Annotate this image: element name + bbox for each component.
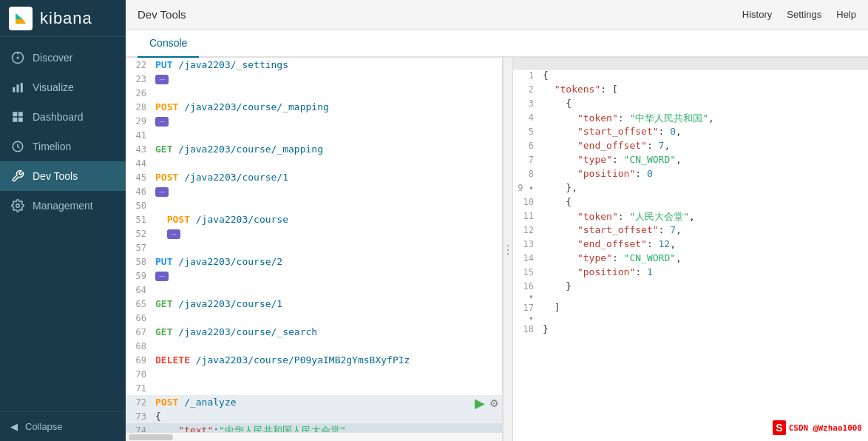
settings-link[interactable]: Settings [787, 9, 821, 20]
code-editor[interactable]: 22 PUT /java2203/_settings 23 ··· 26 28 … [126, 58, 502, 432]
table-row: 52 ··· [126, 226, 502, 240]
table-row: 4 "token": "中华人民共和国", [513, 112, 868, 126]
table-row: 1 { [513, 70, 868, 84]
svg-point-2 [17, 57, 19, 59]
page-title: Dev Tools [138, 8, 186, 21]
svg-rect-10 [18, 118, 23, 122]
sidebar-item-management[interactable]: Management [0, 191, 126, 220]
table-row: 70 [126, 367, 502, 381]
kibana-logo-icon [9, 7, 33, 30]
compass-icon [10, 50, 25, 65]
active-line: 72 POST /_analyze ▶ ⚙ [126, 395, 502, 409]
table-row: 68 [126, 339, 502, 353]
sidebar-item-label: Management [33, 200, 93, 212]
table-row: 5 "start_offset": 0, [513, 126, 868, 140]
table-row: 22 PUT /java2203/_settings [126, 58, 502, 72]
pane-divider[interactable]: ⋮ [503, 58, 513, 441]
help-link[interactable]: Help [836, 9, 856, 20]
table-row: 67 GET /java2203/course/_search [126, 325, 502, 339]
sidebar-item-label: Timelion [33, 141, 71, 152]
grid-icon [10, 110, 25, 124]
svg-rect-4 [13, 87, 15, 92]
table-row: 66 [126, 311, 502, 325]
table-row: 9 ▾ }, [513, 182, 868, 196]
table-row: 10 { [513, 196, 868, 210]
wrench-button[interactable]: ⚙ [489, 397, 499, 409]
table-row: 50 [126, 198, 502, 212]
collapse-button[interactable]: ◀ Collapse [0, 411, 126, 441]
table-row: 2 "tokens": [ [513, 84, 868, 98]
console-area: 22 PUT /java2203/_settings 23 ··· 26 28 … [126, 58, 868, 441]
sidebar-item-discover[interactable]: Discover [0, 43, 126, 73]
table-row: 28 POST /java2203/course/_mapping [126, 100, 502, 114]
table-row: 13 "end_offset": 12, [513, 238, 868, 252]
table-row: 45 POST /java2203/course/1 [126, 170, 502, 184]
table-row: 59 ··· [126, 269, 502, 283]
table-row: 71 [126, 381, 502, 395]
sidebar-item-devtools[interactable]: Dev Tools [0, 161, 126, 191]
svg-point-12 [16, 204, 20, 208]
svg-rect-5 [17, 84, 19, 92]
table-row: 29 ··· [126, 114, 502, 128]
collapse-badge[interactable]: ··· [155, 75, 169, 84]
sidebar: kibana Discover Visualize Dashboard Time… [0, 0, 126, 441]
bar-chart-icon [10, 80, 25, 95]
table-row: 14 "type": "CN_WORD", [513, 252, 868, 266]
table-row: 43 GET /java2203/course/_mapping [126, 142, 502, 156]
sidebar-item-label: Discover [33, 52, 72, 64]
main-content: Dev Tools History Settings Help Console … [126, 0, 868, 441]
table-row: 65 GET /java2203/course/1 [126, 297, 502, 311]
table-row: 64 [126, 283, 502, 297]
table-row: 58 PUT /java2203/course/2 [126, 255, 502, 269]
svg-rect-6 [21, 83, 23, 92]
table-row: 18 } [513, 323, 868, 337]
table-row: 8 "position": 0 [513, 168, 868, 182]
topbar: Dev Tools History Settings Help [126, 0, 868, 30]
clock-icon [10, 139, 25, 154]
table-row: 69 DELETE /java2203/course/P09yaIMB2gYms… [126, 353, 502, 367]
table-row: 74 "text":"中华人民共和国人民大会堂", [126, 423, 502, 432]
table-row: 73 { [126, 409, 502, 423]
table-row: 3 { [513, 98, 868, 112]
gear-icon [10, 198, 25, 213]
table-row: 16 ▾ } [513, 280, 868, 302]
tabs-bar: Console [126, 30, 868, 58]
table-row: 57 [126, 240, 502, 255]
sidebar-item-label: Visualize [33, 81, 74, 93]
topbar-actions: History Settings Help [742, 9, 856, 20]
sidebar-item-timelion[interactable]: Timelion [0, 132, 126, 161]
sidebar-logo-text: kibana [40, 9, 92, 28]
right-pane: 1 { 2 "tokens": [ 3 { 4 "token": "中华人民共和… [513, 58, 868, 441]
svg-rect-8 [18, 112, 23, 116]
history-link[interactable]: History [742, 9, 772, 20]
table-row: 17 ▾ ] [513, 302, 868, 323]
sidebar-item-visualize[interactable]: Visualize [0, 73, 126, 102]
table-row: 44 [126, 156, 502, 170]
sidebar-nav: Discover Visualize Dashboard Timelion De… [0, 37, 126, 411]
tab-console[interactable]: Console [138, 30, 199, 58]
table-row: 23 ··· [126, 72, 502, 86]
collapse-badge[interactable]: ··· [167, 229, 180, 239]
sidebar-item-label: Dev Tools [33, 170, 78, 182]
svg-rect-7 [13, 112, 17, 116]
wrench-icon [10, 169, 25, 184]
table-row: 11 "token": "人民大会堂", [513, 210, 868, 224]
sidebar-logo: kibana [0, 0, 126, 37]
table-row: 15 "position": 1 [513, 266, 868, 280]
table-row: 6 "end_offset": 7, [513, 140, 868, 154]
svg-rect-9 [13, 118, 17, 122]
collapse-label: Collapse [25, 421, 63, 432]
table-row: 7 "type": "CN_WORD", [513, 154, 868, 168]
table-row: 46 ··· [126, 184, 502, 198]
collapse-badge[interactable]: ··· [155, 187, 169, 197]
chevron-left-icon: ◀ [10, 421, 18, 432]
table-row: 41 [126, 128, 502, 142]
run-button[interactable]: ▶ [475, 395, 485, 411]
collapse-badge[interactable]: ··· [155, 117, 169, 127]
collapse-badge[interactable]: ··· [155, 272, 169, 281]
sidebar-item-dashboard[interactable]: Dashboard [0, 102, 126, 132]
table-row: 26 [126, 86, 502, 100]
table-row: 51 POST /java2203/course [126, 212, 502, 226]
left-pane: 22 PUT /java2203/_settings 23 ··· 26 28 … [126, 58, 503, 441]
sidebar-item-label: Dashboard [33, 111, 84, 123]
